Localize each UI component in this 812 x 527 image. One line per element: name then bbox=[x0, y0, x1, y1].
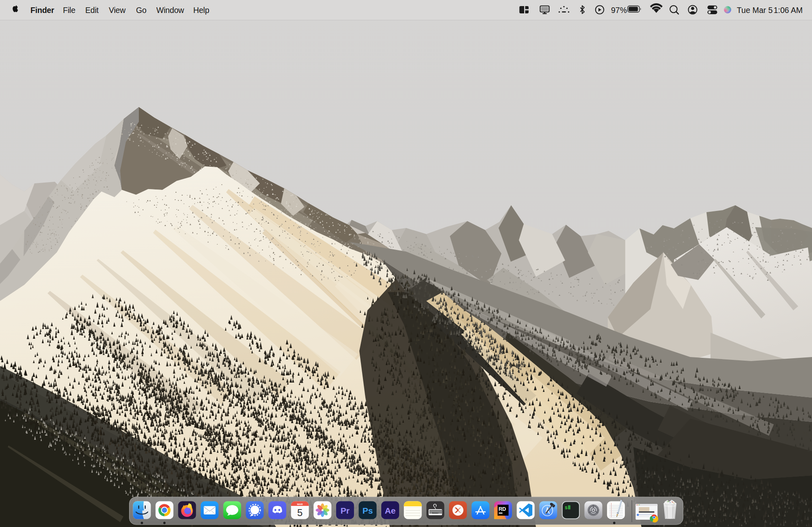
svg-text:Go: Go bbox=[136, 6, 147, 15]
svg-text:Ae: Ae bbox=[385, 506, 396, 515]
svg-text:Tue Mar 5: Tue Mar 5 bbox=[737, 6, 773, 15]
svg-text:MAR: MAR bbox=[297, 503, 303, 505]
svg-text:File: File bbox=[63, 6, 76, 15]
svg-text:Help: Help bbox=[193, 6, 209, 15]
svg-text:View: View bbox=[109, 6, 126, 15]
svg-text:$: $ bbox=[565, 505, 568, 510]
svg-text:RD: RD bbox=[499, 506, 506, 512]
svg-text:97%: 97% bbox=[611, 6, 627, 15]
svg-text:5: 5 bbox=[297, 507, 302, 518]
svg-text:Window: Window bbox=[156, 6, 184, 15]
svg-text:1:06 AM: 1:06 AM bbox=[773, 6, 803, 15]
svg-text:Ps: Ps bbox=[363, 506, 373, 515]
svg-text:Edit: Edit bbox=[85, 6, 99, 15]
svg-text:Pr: Pr bbox=[341, 506, 350, 515]
svg-text:Finder: Finder bbox=[30, 6, 54, 15]
